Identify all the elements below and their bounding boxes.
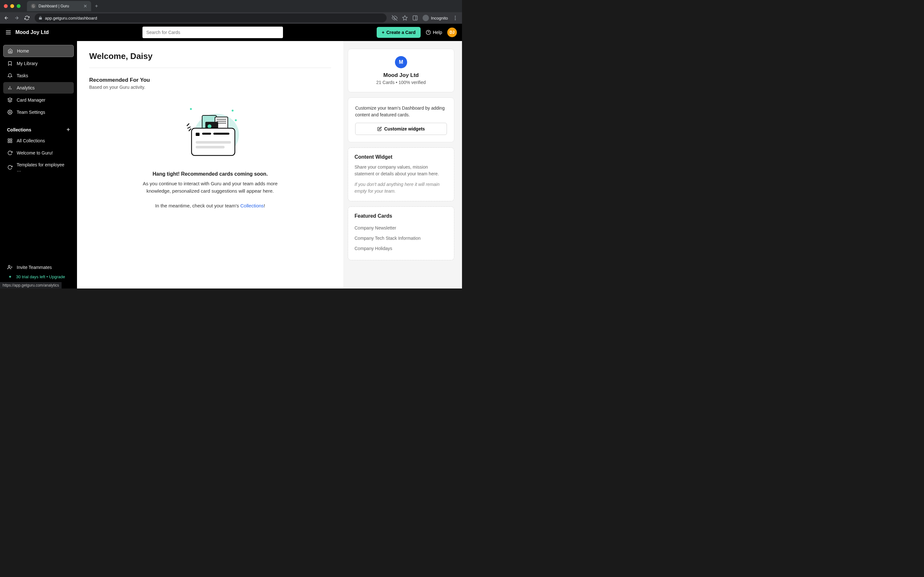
trial-badge[interactable]: ✦ 30 trial days left • Upgrade <box>3 274 74 282</box>
search-placeholder: Search for Cards <box>146 30 180 35</box>
team-name: Mood Joy Ltd <box>355 72 447 79</box>
new-tab-icon[interactable]: + <box>95 3 98 9</box>
sidebar-item-label: Templates for employee … <box>17 162 70 172</box>
sparkle-icon: ✦ <box>7 274 13 279</box>
featured-item[interactable]: Company Tech Stack Information <box>355 233 447 243</box>
cta-prefix: In the meantime, check out your team's <box>155 203 240 208</box>
help-icon <box>426 30 431 35</box>
user-avatar[interactable]: DJ <box>447 27 457 37</box>
forward-icon[interactable] <box>14 15 19 21</box>
customize-widgets-button[interactable]: Customize widgets <box>355 123 447 135</box>
eye-off-icon[interactable] <box>392 15 397 21</box>
right-panel: M Mood Joy Ltd 21 Cards • 100% verified … <box>344 41 460 288</box>
customize-card: Customize your team's Dashboard by addin… <box>348 97 454 142</box>
svg-rect-35 <box>202 133 211 135</box>
sidebar-item-tasks[interactable]: Tasks <box>3 70 74 81</box>
close-window-icon[interactable] <box>4 4 8 8</box>
sidebar-item-analytics[interactable]: Analytics <box>3 82 74 93</box>
empty-state-illustration <box>172 99 249 163</box>
svg-point-14 <box>9 111 11 113</box>
sidebar-item-card-manager[interactable]: Card Manager <box>3 94 74 106</box>
layers-icon <box>7 97 13 103</box>
svg-rect-17 <box>10 141 12 143</box>
featured-item[interactable]: Company Holidays <box>355 243 447 253</box>
kebab-menu-icon[interactable] <box>452 15 458 21</box>
lock-icon <box>39 16 42 20</box>
collections-link[interactable]: Collections <box>240 203 264 208</box>
sidebar: Home My Library Tasks Analytics Card Man… <box>0 41 77 288</box>
svg-rect-15 <box>8 139 10 140</box>
sidebar-item-all-collections[interactable]: All Collections <box>3 135 74 147</box>
sidebar-item-library[interactable]: My Library <box>3 58 74 69</box>
content-widget-text: Share your company values, mission state… <box>355 164 447 177</box>
chart-icon <box>7 85 13 91</box>
svg-rect-37 <box>196 141 231 143</box>
menu-toggle-icon[interactable] <box>5 29 11 35</box>
reload-icon[interactable] <box>24 15 29 21</box>
welcome-title: Welcome, Daisy <box>89 51 331 68</box>
sidebar-item-label: Home <box>17 48 29 53</box>
svg-point-32 <box>208 124 212 128</box>
browser-tab[interactable]: G Dashboard | Guru ✕ <box>27 1 91 11</box>
team-stats: 21 Cards • 100% verified <box>355 80 447 85</box>
svg-rect-0 <box>413 16 417 20</box>
svg-marker-13 <box>8 98 12 100</box>
status-bar-url: https://app.getguru.com/analytics <box>0 282 61 288</box>
minimize-window-icon[interactable] <box>10 4 14 8</box>
sidebar-item-label: Card Manager <box>17 97 45 103</box>
help-button[interactable]: Help <box>426 30 442 35</box>
panel-icon[interactable] <box>412 15 418 21</box>
url-text: app.getguru.com/dashboard <box>45 16 97 21</box>
tab-close-icon[interactable]: ✕ <box>83 3 87 9</box>
incognito-badge[interactable]: Incognito <box>423 15 448 21</box>
recommended-subtitle: Based on your Guru activity. <box>89 85 331 90</box>
create-card-label: Create a Card <box>386 30 415 35</box>
featured-item[interactable]: Company Newsletter <box>355 223 447 233</box>
collections-title: Collections <box>7 127 31 132</box>
team-avatar: M <box>395 56 407 68</box>
back-icon[interactable] <box>4 15 9 21</box>
sidebar-item-label: All Collections <box>17 138 45 143</box>
bell-icon <box>7 73 13 79</box>
svg-point-25 <box>235 119 237 121</box>
toolbar-icons: Incognito <box>392 15 458 21</box>
svg-rect-16 <box>10 139 12 140</box>
refresh-icon <box>7 150 13 156</box>
address-bar[interactable]: app.getguru.com/dashboard <box>35 13 387 23</box>
sidebar-item-collection-welcome[interactable]: Welcome to Guru! <box>3 147 74 159</box>
svg-point-19 <box>8 266 10 267</box>
content-widget-hint: If you don't add anything here it will r… <box>355 181 447 195</box>
content-widget-card[interactable]: Content Widget Share your company values… <box>348 147 454 201</box>
sidebar-item-label: Team Settings <box>17 110 45 115</box>
empty-state-title: Hang tight! Recommended cards coming soo… <box>89 171 331 177</box>
sidebar-item-team-settings[interactable]: Team Settings <box>3 106 74 118</box>
plus-icon: + <box>382 30 384 35</box>
empty-state-description: As you continue to interact with Guru an… <box>140 180 281 195</box>
create-card-button[interactable]: + Create a Card <box>376 27 421 38</box>
sidebar-item-invite[interactable]: Invite Teammates <box>3 261 74 273</box>
svg-point-3 <box>455 18 456 19</box>
add-collection-icon[interactable]: + <box>66 126 70 133</box>
svg-point-23 <box>190 108 192 110</box>
main-content: Welcome, Daisy Recommended For You Based… <box>77 41 462 288</box>
svg-point-4 <box>455 19 456 20</box>
search-input[interactable]: Search for Cards <box>142 27 283 38</box>
avatar-initials: DJ <box>449 30 454 35</box>
sidebar-item-label: Welcome to Guru! <box>17 150 53 155</box>
maximize-window-icon[interactable] <box>17 4 21 8</box>
svg-rect-18 <box>8 141 10 143</box>
tab-favicon-icon: G <box>31 3 36 9</box>
sidebar-item-home[interactable]: Home <box>3 45 74 57</box>
incognito-icon <box>423 15 429 21</box>
featured-cards-title: Featured Cards <box>355 213 447 219</box>
team-avatar-letter: M <box>399 59 403 65</box>
featured-cards-card[interactable]: Featured Cards Company Newsletter Compan… <box>348 206 454 260</box>
sidebar-item-label: Analytics <box>17 85 35 90</box>
sidebar-item-collection-templates[interactable]: Templates for employee … <box>3 159 74 175</box>
tab-title: Dashboard | Guru <box>39 4 69 8</box>
star-icon[interactable] <box>402 15 408 21</box>
incognito-label: Incognito <box>431 16 448 21</box>
app-title: Mood Joy Ltd <box>15 29 49 35</box>
browser-toolbar: app.getguru.com/dashboard Incognito <box>0 12 462 24</box>
bookmark-icon <box>7 61 13 66</box>
